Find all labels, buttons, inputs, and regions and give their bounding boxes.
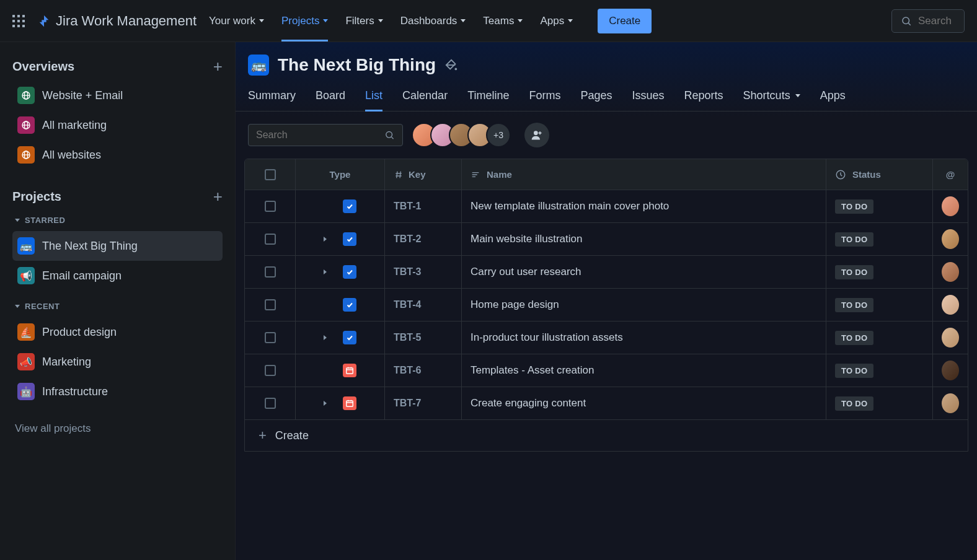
table-row[interactable]: TBT-4Home page designTO DO bbox=[245, 289, 968, 322]
select-all-checkbox[interactable] bbox=[265, 169, 276, 180]
sidebar-item-label: Website + Email bbox=[42, 89, 123, 102]
assignee-avatar[interactable] bbox=[942, 229, 959, 249]
sidebar-item-label: Marketing bbox=[42, 356, 91, 369]
row-checkbox[interactable] bbox=[265, 234, 276, 245]
global-search[interactable] bbox=[891, 9, 965, 33]
status-badge[interactable]: TO DO bbox=[835, 396, 873, 411]
assignee-avatar[interactable] bbox=[942, 262, 959, 282]
status-badge[interactable]: TO DO bbox=[835, 199, 873, 214]
project-icon: 🤖 bbox=[17, 383, 35, 400]
nav-item-filters[interactable]: Filters bbox=[345, 0, 382, 42]
tab-apps[interactable]: Apps bbox=[820, 87, 846, 111]
column-assignee[interactable]: @ bbox=[933, 159, 968, 190]
column-status[interactable]: Status bbox=[826, 159, 933, 190]
app-switcher-icon[interactable] bbox=[12, 15, 25, 27]
status-badge[interactable]: TO DO bbox=[835, 298, 873, 312]
svg-point-14 bbox=[534, 131, 538, 135]
svg-line-17 bbox=[397, 171, 397, 178]
nav-item-dashboards[interactable]: Dashboards bbox=[400, 0, 466, 42]
project-title: The Next Big Thing bbox=[278, 55, 436, 75]
nav-item-projects[interactable]: Projects bbox=[281, 0, 328, 42]
starred-section-toggle[interactable]: STARRED bbox=[15, 216, 223, 225]
issue-key[interactable]: TBT-7 bbox=[394, 398, 421, 409]
view-all-projects-link[interactable]: View all projects bbox=[12, 419, 223, 439]
nav-item-apps[interactable]: Apps bbox=[540, 0, 573, 42]
tab-calendar[interactable]: Calendar bbox=[402, 87, 448, 111]
expand-chevron-icon[interactable] bbox=[324, 335, 327, 340]
tab-timeline[interactable]: Timeline bbox=[467, 87, 509, 111]
svg-rect-23 bbox=[347, 368, 353, 374]
issue-key[interactable]: TBT-1 bbox=[394, 201, 421, 212]
tab-forms[interactable]: Forms bbox=[529, 87, 560, 111]
column-type[interactable]: Type bbox=[296, 159, 385, 190]
sidebar-item-label: The Next Big Thing bbox=[42, 240, 138, 253]
recent-section-toggle[interactable]: RECENT bbox=[15, 302, 223, 311]
add-overview-button[interactable]: + bbox=[213, 58, 223, 74]
list-search[interactable] bbox=[248, 124, 403, 146]
column-name[interactable]: Name bbox=[462, 159, 826, 190]
sidebar-project-item[interactable]: 🤖Infrastructure bbox=[12, 377, 223, 406]
global-search-input[interactable] bbox=[918, 15, 955, 27]
issue-type-icon bbox=[343, 232, 356, 246]
sidebar-project-item[interactable]: 🚌The Next Big Thing bbox=[12, 231, 223, 261]
issue-key[interactable]: TBT-3 bbox=[394, 266, 421, 278]
assignee-avatar[interactable] bbox=[942, 361, 959, 380]
create-issue-label: Create bbox=[275, 429, 309, 442]
issue-key[interactable]: TBT-6 bbox=[394, 365, 421, 376]
list-icon bbox=[471, 170, 480, 180]
sidebar-overview-item[interactable]: All websites bbox=[12, 140, 223, 170]
tab-issues[interactable]: Issues bbox=[632, 87, 665, 111]
add-member-button[interactable] bbox=[524, 123, 549, 147]
assignee-avatar[interactable] bbox=[942, 196, 959, 216]
list-search-input[interactable] bbox=[256, 129, 384, 141]
create-issue-row[interactable]: + Create bbox=[245, 420, 968, 451]
issue-key[interactable]: TBT-4 bbox=[394, 299, 421, 310]
status-badge[interactable]: TO DO bbox=[835, 232, 873, 247]
sidebar-project-item[interactable]: ⛵Product design bbox=[12, 317, 223, 347]
create-button[interactable]: Create bbox=[598, 9, 652, 33]
sidebar-project-item[interactable]: 📢Email campaign bbox=[12, 261, 223, 291]
avatar-overflow[interactable]: +3 bbox=[486, 123, 511, 147]
assignee-avatar[interactable] bbox=[942, 393, 959, 413]
row-checkbox[interactable] bbox=[265, 201, 276, 212]
issue-key[interactable]: TBT-2 bbox=[394, 234, 421, 245]
table-row[interactable]: TBT-1New template illustration main cove… bbox=[245, 190, 968, 223]
column-key[interactable]: Key bbox=[385, 159, 462, 190]
expand-chevron-icon[interactable] bbox=[324, 269, 327, 274]
svg-line-1 bbox=[908, 23, 910, 25]
tab-shortcuts[interactable]: Shortcuts bbox=[743, 87, 800, 111]
issue-key[interactable]: TBT-5 bbox=[394, 332, 421, 343]
sidebar-overview-item[interactable]: All marketing bbox=[12, 110, 223, 140]
product-logo[interactable]: Jira Work Management bbox=[37, 13, 197, 29]
assignee-avatar[interactable] bbox=[942, 295, 959, 315]
tab-summary[interactable]: Summary bbox=[248, 87, 296, 111]
sidebar-overview-item[interactable]: Website + Email bbox=[12, 81, 223, 110]
status-badge[interactable]: TO DO bbox=[835, 364, 873, 378]
add-project-button[interactable]: + bbox=[213, 188, 223, 204]
row-checkbox[interactable] bbox=[265, 266, 276, 278]
assignee-avatar[interactable] bbox=[942, 328, 959, 348]
table-row[interactable]: TBT-6Templates - Asset creationTO DO bbox=[245, 354, 968, 387]
sidebar-project-item[interactable]: 📣Marketing bbox=[12, 347, 223, 377]
table-row[interactable]: TBT-7Create engaging contentTO DO bbox=[245, 387, 968, 420]
nav-item-your-work[interactable]: Your work bbox=[209, 0, 264, 42]
row-checkbox[interactable] bbox=[265, 365, 276, 376]
tab-reports[interactable]: Reports bbox=[684, 87, 723, 111]
tab-board[interactable]: Board bbox=[316, 87, 345, 111]
row-checkbox[interactable] bbox=[265, 332, 276, 343]
expand-chevron-icon[interactable] bbox=[324, 401, 327, 406]
row-checkbox[interactable] bbox=[265, 398, 276, 409]
tab-pages[interactable]: Pages bbox=[580, 87, 612, 111]
nav-item-teams[interactable]: Teams bbox=[483, 0, 523, 42]
status-badge[interactable]: TO DO bbox=[835, 265, 873, 279]
status-badge[interactable]: TO DO bbox=[835, 331, 873, 345]
table-row[interactable]: TBT-5In-product tour illustration assets… bbox=[245, 322, 968, 354]
projects-heading: Projects bbox=[12, 190, 61, 204]
expand-chevron-icon[interactable] bbox=[324, 237, 327, 242]
table-row[interactable]: TBT-3Carry out user researchTO DO bbox=[245, 256, 968, 289]
theme-paint-icon[interactable] bbox=[444, 58, 458, 72]
table-row[interactable]: TBT-2Main website illustrationTO DO bbox=[245, 223, 968, 256]
tab-list[interactable]: List bbox=[365, 87, 382, 111]
row-checkbox[interactable] bbox=[265, 299, 276, 310]
sidebar-item-label: Email campaign bbox=[42, 269, 122, 282]
